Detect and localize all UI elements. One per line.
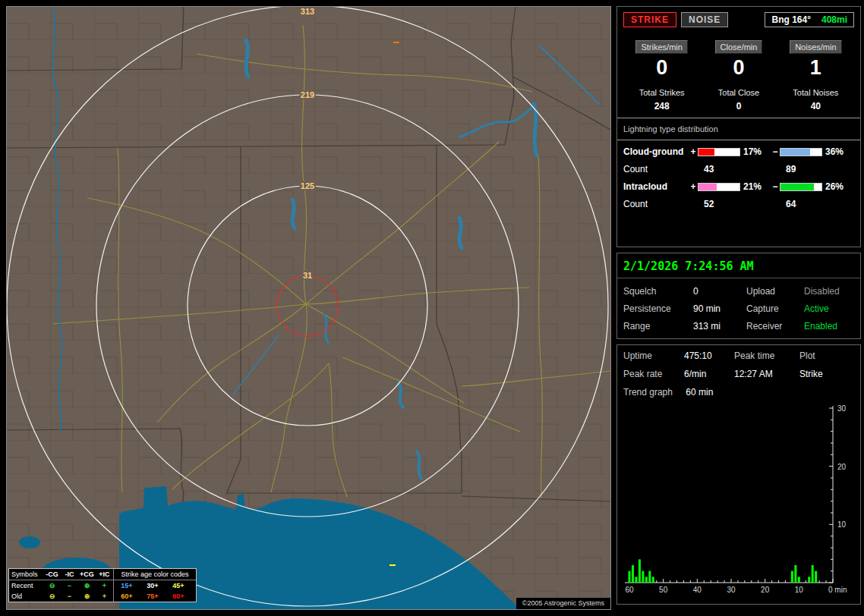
x-tick-label: 30 — [727, 586, 736, 594]
pos-ic-recent-icon: + — [96, 582, 113, 589]
total-strikes: Total Strikes 248 — [623, 88, 700, 112]
plus-sign: + — [689, 181, 698, 192]
trend-bar — [632, 565, 634, 583]
squelch-value: 0 — [693, 286, 746, 297]
count-label: Count — [623, 199, 689, 209]
y-tick-label: 10 — [837, 520, 847, 529]
divider — [617, 118, 860, 118]
close-per-min-value: 0 — [700, 56, 777, 79]
persistence-value: 90 min — [693, 303, 746, 314]
stats-grid: Uptime 475:10 Peak time Plot Peak rate 6… — [623, 350, 854, 379]
intracloud-label: Intracloud — [623, 181, 689, 192]
trend-bar — [808, 577, 810, 583]
capture-label: Capture — [746, 303, 804, 314]
age-15: 15+ — [114, 582, 140, 589]
upload-status: Disabled — [804, 286, 854, 297]
uptime-value: 475:10 — [684, 350, 734, 361]
trend-bar — [629, 571, 631, 583]
trend-bar — [812, 565, 814, 583]
trend-bar — [791, 571, 793, 583]
upload-label: Upload — [746, 286, 804, 297]
plus-sign: + — [689, 146, 698, 157]
neg-ic-recent-icon: − — [61, 582, 78, 589]
strikes-per-min-button[interactable]: Strikes/min — [635, 40, 687, 54]
trend-chart: 6050403020100 min302010 — [623, 404, 856, 595]
close-per-min-button[interactable]: Close/min — [715, 40, 763, 54]
distribution-table: Cloud-ground + 17% − 36% Count 43 89 Int… — [623, 146, 854, 209]
trend-bar — [635, 577, 637, 583]
legend-old-label: Old — [9, 592, 43, 600]
ic-minus-count: 64 — [780, 199, 822, 209]
strikes-per-min: Strikes/min 0 — [623, 39, 700, 79]
age-90: 90+ — [166, 592, 191, 600]
legend-col-neg-ic: -IC — [61, 570, 78, 578]
plot-value: Strike — [799, 369, 854, 379]
peak-time-value: 12:27 AM — [734, 369, 799, 379]
trend-bar — [645, 577, 648, 583]
y-tick-label: 20 — [837, 463, 847, 471]
status-section: 2/1/2026 7:24:56 AM Squelch 0 Upload Dis… — [616, 253, 861, 339]
trend-section: Uptime 475:10 Peak time Plot Peak rate 6… — [616, 344, 861, 605]
ic-plus-count: 52 — [698, 199, 740, 209]
range-ring-label: 313 — [301, 7, 314, 16]
cg-minus-count: 89 — [780, 164, 822, 174]
legend-col-pos-ic: +IC — [96, 570, 113, 578]
receiver-label: Receiver — [746, 321, 804, 332]
total-close: Total Close 0 — [700, 88, 777, 112]
neg-cg-recent-icon: ⊖ — [43, 582, 61, 589]
legend-age-header: Strike age color codes — [114, 570, 196, 578]
trend-graph-row: Trend graph 60 min — [623, 387, 854, 398]
noises-per-min-button[interactable]: Noises/min — [790, 40, 841, 54]
ic-plus-bar — [698, 183, 740, 191]
persistence-label: Persistence — [623, 303, 693, 314]
peak-rate-label: Peak rate — [623, 369, 684, 379]
close-per-min: Close/min 0 — [700, 39, 777, 79]
neg-ic-old-icon: − — [61, 592, 78, 600]
age-60: 60+ — [114, 592, 140, 600]
legend-col-neg-cg: -CG — [43, 570, 61, 578]
divider — [617, 278, 860, 278]
range-ring-label: 125 — [301, 181, 314, 190]
pos-cg-recent-icon: ⊕ — [78, 582, 96, 589]
total-noises: Total Noises 40 — [777, 88, 854, 112]
noise-toggle-button[interactable]: NOISE — [681, 12, 728, 27]
trend-bar — [652, 577, 654, 583]
date-time: 2/1/2026 7:24:56 AM — [623, 259, 854, 273]
trend-bar — [639, 559, 641, 583]
map-legend: Symbols -CG -IC +CG +IC Strike age color… — [8, 568, 197, 602]
capture-status: Active — [804, 303, 854, 314]
trend-graph-label: Trend graph — [623, 387, 673, 398]
trend-bar — [798, 577, 800, 583]
uptime-label: Uptime — [623, 350, 684, 361]
cg-plus-pct: 17% — [740, 146, 771, 157]
peak-time-label: Peak time — [734, 350, 799, 361]
lightning-map[interactable]: 31321912531 Symbols -CG -IC +CG +IC Stri… — [6, 6, 611, 610]
age-45: 45+ — [166, 582, 191, 589]
x-tick-label: 0 min — [828, 586, 847, 594]
cg-minus-pct: 36% — [822, 146, 854, 157]
neg-cg-old-icon: ⊖ — [43, 592, 61, 600]
ic-plus-pct: 21% — [740, 181, 771, 192]
noises-per-min: Noises/min 1 — [777, 39, 854, 79]
cg-plus-bar — [698, 148, 740, 156]
legend-recent-label: Recent — [9, 582, 43, 589]
x-tick-label: 60 — [625, 586, 634, 594]
status-panel: STRIKE NOISE Bng 164° 408mi Strikes/min … — [616, 6, 861, 610]
counters-section: STRIKE NOISE Bng 164° 408mi Strikes/min … — [616, 6, 861, 247]
lake-maurepas — [19, 536, 40, 548]
ic-minus-bar — [780, 183, 822, 191]
age-30: 30+ — [140, 582, 166, 589]
map-canvas[interactable]: 31321912531 — [7, 7, 610, 609]
trend-bar — [794, 565, 796, 583]
count-label: Count — [623, 164, 689, 174]
range-ring-label: 31 — [303, 271, 312, 280]
trend-graph-value: 60 min — [686, 387, 713, 398]
x-tick-label: 50 — [659, 586, 668, 594]
strikes-per-min-value: 0 — [623, 56, 700, 79]
peak-rate-value: 6/min — [684, 369, 734, 379]
cg-minus-bar — [780, 148, 822, 156]
x-tick-label: 10 — [795, 586, 804, 594]
bearing-value: Bng 164° — [771, 14, 810, 25]
y-tick-label: 30 — [837, 404, 847, 413]
strike-toggle-button[interactable]: STRIKE — [623, 12, 676, 27]
